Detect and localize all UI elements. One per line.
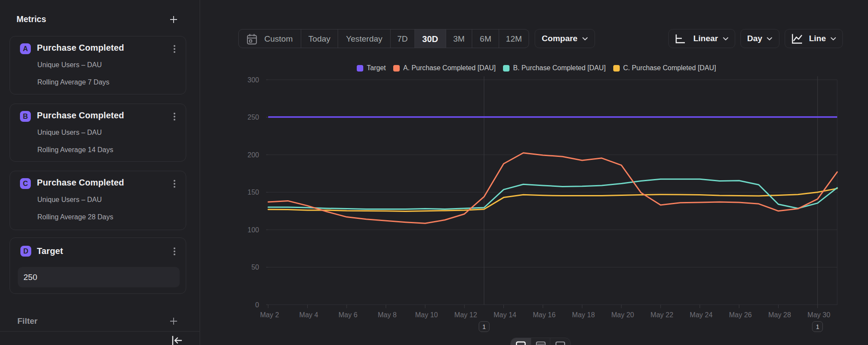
svg-text:May 16: May 16 [533,311,556,319]
svg-text:300: 300 [247,76,259,84]
svg-text:May 6: May 6 [339,311,358,319]
svg-text:May 8: May 8 [378,311,397,319]
svg-text:May 20: May 20 [611,311,634,319]
svg-text:200: 200 [247,151,259,159]
svg-text:May 18: May 18 [572,311,595,319]
svg-text:May 4: May 4 [299,311,319,319]
svg-text:May 30: May 30 [808,311,831,319]
svg-text:May 28: May 28 [768,311,791,319]
svg-text:150: 150 [247,189,259,196]
svg-text:May 26: May 26 [729,311,752,319]
svg-text:May 12: May 12 [454,311,477,319]
svg-text:May 14: May 14 [493,311,516,319]
svg-text:May 2: May 2 [260,311,279,319]
svg-text:May 24: May 24 [690,311,713,319]
svg-text:0: 0 [255,301,259,309]
svg-text:100: 100 [247,226,259,234]
svg-text:May 10: May 10 [415,311,438,319]
svg-text:May 22: May 22 [651,311,674,319]
svg-text:50: 50 [251,264,259,271]
svg-text:250: 250 [247,114,259,121]
